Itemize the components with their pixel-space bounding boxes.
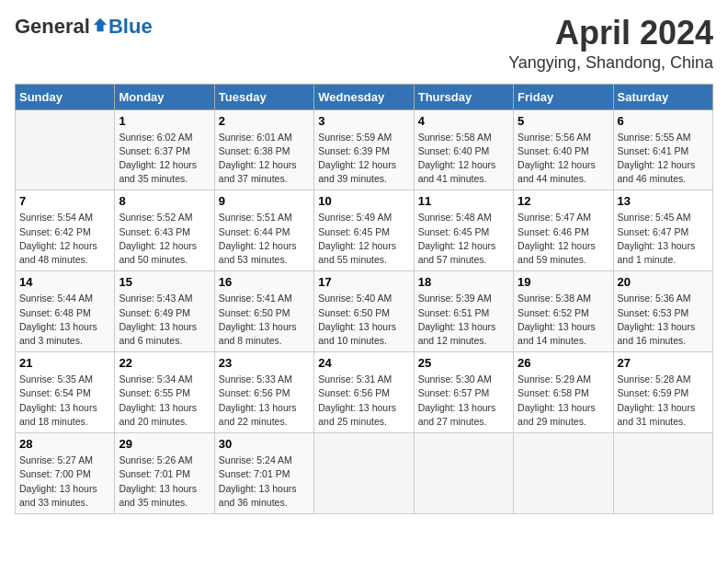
- logo-general-text: General: [15, 15, 90, 39]
- column-header-saturday: Saturday: [613, 84, 712, 109]
- calendar-cell: 27Sunrise: 5:28 AM Sunset: 6:59 PM Dayli…: [613, 352, 712, 433]
- calendar-cell: [613, 433, 712, 514]
- day-info: Sunrise: 5:39 AM Sunset: 6:51 PM Dayligh…: [418, 292, 509, 348]
- calendar-cell: 19Sunrise: 5:38 AM Sunset: 6:52 PM Dayli…: [514, 271, 613, 352]
- day-number: 4: [418, 114, 509, 128]
- day-info: Sunrise: 5:29 AM Sunset: 6:58 PM Dayligh…: [518, 373, 609, 429]
- day-info: Sunrise: 5:51 AM Sunset: 6:44 PM Dayligh…: [219, 211, 310, 267]
- day-number: 5: [518, 114, 609, 128]
- calendar-cell: 4Sunrise: 5:58 AM Sunset: 6:40 PM Daylig…: [414, 109, 513, 190]
- day-number: 20: [618, 275, 709, 289]
- day-info: Sunrise: 5:56 AM Sunset: 6:40 PM Dayligh…: [518, 131, 609, 187]
- calendar-cell: [16, 109, 115, 190]
- logo-blue-text: Blue: [108, 15, 153, 39]
- calendar-cell: 20Sunrise: 5:36 AM Sunset: 6:53 PM Dayli…: [613, 271, 712, 352]
- day-info: Sunrise: 5:47 AM Sunset: 6:46 PM Dayligh…: [518, 211, 609, 267]
- day-number: 11: [418, 194, 509, 208]
- day-number: 23: [219, 356, 310, 370]
- day-info: Sunrise: 5:55 AM Sunset: 6:41 PM Dayligh…: [618, 131, 709, 187]
- column-header-wednesday: Wednesday: [314, 84, 414, 109]
- day-number: 2: [219, 114, 310, 128]
- day-info: Sunrise: 5:33 AM Sunset: 6:56 PM Dayligh…: [219, 373, 310, 429]
- day-info: Sunrise: 5:26 AM Sunset: 7:01 PM Dayligh…: [119, 454, 210, 510]
- column-header-sunday: Sunday: [16, 84, 115, 109]
- day-number: 7: [19, 194, 110, 208]
- day-number: 14: [19, 275, 110, 289]
- day-info: Sunrise: 5:48 AM Sunset: 6:45 PM Dayligh…: [418, 211, 509, 267]
- day-info: Sunrise: 6:01 AM Sunset: 6:38 PM Dayligh…: [219, 131, 310, 187]
- day-info: Sunrise: 6:02 AM Sunset: 6:37 PM Dayligh…: [119, 131, 210, 187]
- calendar-cell: 5Sunrise: 5:56 AM Sunset: 6:40 PM Daylig…: [514, 109, 613, 190]
- day-info: Sunrise: 5:43 AM Sunset: 6:49 PM Dayligh…: [119, 292, 210, 348]
- day-info: Sunrise: 5:52 AM Sunset: 6:43 PM Dayligh…: [119, 211, 210, 267]
- day-number: 16: [219, 275, 310, 289]
- day-info: Sunrise: 5:40 AM Sunset: 6:50 PM Dayligh…: [318, 292, 409, 348]
- day-number: 29: [119, 437, 210, 451]
- calendar-cell: 7Sunrise: 5:54 AM Sunset: 6:42 PM Daylig…: [16, 190, 115, 271]
- day-number: 22: [119, 356, 210, 370]
- calendar-cell: 30Sunrise: 5:24 AM Sunset: 7:01 PM Dayli…: [214, 433, 313, 514]
- calendar-cell: 16Sunrise: 5:41 AM Sunset: 6:50 PM Dayli…: [214, 271, 313, 352]
- day-info: Sunrise: 5:27 AM Sunset: 7:00 PM Dayligh…: [19, 454, 110, 510]
- day-number: 28: [19, 437, 110, 451]
- day-info: Sunrise: 5:45 AM Sunset: 6:47 PM Dayligh…: [618, 211, 709, 267]
- column-header-tuesday: Tuesday: [214, 84, 313, 109]
- day-number: 17: [318, 275, 409, 289]
- week-row-4: 21Sunrise: 5:35 AM Sunset: 6:54 PM Dayli…: [16, 352, 713, 433]
- week-row-5: 28Sunrise: 5:27 AM Sunset: 7:00 PM Dayli…: [16, 433, 713, 514]
- calendar-cell: 29Sunrise: 5:26 AM Sunset: 7:01 PM Dayli…: [115, 433, 214, 514]
- column-header-thursday: Thursday: [414, 84, 513, 109]
- week-row-2: 7Sunrise: 5:54 AM Sunset: 6:42 PM Daylig…: [16, 190, 713, 271]
- calendar-cell: 1Sunrise: 6:02 AM Sunset: 6:37 PM Daylig…: [115, 109, 214, 190]
- day-number: 6: [618, 114, 709, 128]
- logo: General Blue: [15, 15, 153, 39]
- week-row-3: 14Sunrise: 5:44 AM Sunset: 6:48 PM Dayli…: [16, 271, 713, 352]
- month-title: April 2024: [508, 15, 713, 52]
- day-number: 10: [318, 194, 409, 208]
- calendar-cell: 9Sunrise: 5:51 AM Sunset: 6:44 PM Daylig…: [214, 190, 313, 271]
- calendar-cell: 2Sunrise: 6:01 AM Sunset: 6:38 PM Daylig…: [214, 109, 313, 190]
- day-number: 19: [518, 275, 609, 289]
- calendar-cell: 24Sunrise: 5:31 AM Sunset: 6:56 PM Dayli…: [314, 352, 414, 433]
- day-number: 1: [119, 114, 210, 128]
- logo-icon: [92, 17, 108, 33]
- calendar-cell: 28Sunrise: 5:27 AM Sunset: 7:00 PM Dayli…: [16, 433, 115, 514]
- day-number: 8: [119, 194, 210, 208]
- day-info: Sunrise: 5:44 AM Sunset: 6:48 PM Dayligh…: [19, 292, 110, 348]
- day-number: 30: [219, 437, 310, 451]
- day-info: Sunrise: 5:49 AM Sunset: 6:45 PM Dayligh…: [318, 211, 409, 267]
- calendar-cell: 21Sunrise: 5:35 AM Sunset: 6:54 PM Dayli…: [16, 352, 115, 433]
- day-info: Sunrise: 5:28 AM Sunset: 6:59 PM Dayligh…: [618, 373, 709, 429]
- day-info: Sunrise: 5:59 AM Sunset: 6:39 PM Dayligh…: [318, 131, 409, 187]
- day-info: Sunrise: 5:34 AM Sunset: 6:55 PM Dayligh…: [119, 373, 210, 429]
- calendar-cell: 18Sunrise: 5:39 AM Sunset: 6:51 PM Dayli…: [414, 271, 513, 352]
- calendar-cell: 12Sunrise: 5:47 AM Sunset: 6:46 PM Dayli…: [514, 190, 613, 271]
- day-info: Sunrise: 5:54 AM Sunset: 6:42 PM Dayligh…: [19, 211, 110, 267]
- calendar-cell: 15Sunrise: 5:43 AM Sunset: 6:49 PM Dayli…: [115, 271, 214, 352]
- day-info: Sunrise: 5:24 AM Sunset: 7:01 PM Dayligh…: [219, 454, 310, 510]
- day-info: Sunrise: 5:30 AM Sunset: 6:57 PM Dayligh…: [418, 373, 509, 429]
- day-info: Sunrise: 5:41 AM Sunset: 6:50 PM Dayligh…: [219, 292, 310, 348]
- calendar-cell: [514, 433, 613, 514]
- day-number: 25: [418, 356, 509, 370]
- day-number: 13: [618, 194, 709, 208]
- day-info: Sunrise: 5:36 AM Sunset: 6:53 PM Dayligh…: [618, 292, 709, 348]
- day-number: 12: [518, 194, 609, 208]
- day-number: 18: [418, 275, 509, 289]
- page-header: General Blue April 2024 Yangying, Shando…: [15, 15, 713, 73]
- day-number: 15: [119, 275, 210, 289]
- day-info: Sunrise: 5:35 AM Sunset: 6:54 PM Dayligh…: [19, 373, 110, 429]
- calendar-cell: [314, 433, 414, 514]
- calendar-cell: 14Sunrise: 5:44 AM Sunset: 6:48 PM Dayli…: [16, 271, 115, 352]
- calendar-cell: 25Sunrise: 5:30 AM Sunset: 6:57 PM Dayli…: [414, 352, 513, 433]
- day-number: 27: [618, 356, 709, 370]
- day-number: 21: [19, 356, 110, 370]
- day-info: Sunrise: 5:58 AM Sunset: 6:40 PM Dayligh…: [418, 131, 509, 187]
- day-info: Sunrise: 5:31 AM Sunset: 6:56 PM Dayligh…: [318, 373, 409, 429]
- calendar-cell: 13Sunrise: 5:45 AM Sunset: 6:47 PM Dayli…: [613, 190, 712, 271]
- calendar-table: SundayMondayTuesdayWednesdayThursdayFrid…: [15, 84, 713, 514]
- location-title: Yangying, Shandong, China: [508, 53, 713, 73]
- calendar-cell: 23Sunrise: 5:33 AM Sunset: 6:56 PM Dayli…: [214, 352, 313, 433]
- calendar-cell: [414, 433, 513, 514]
- day-number: 3: [318, 114, 409, 128]
